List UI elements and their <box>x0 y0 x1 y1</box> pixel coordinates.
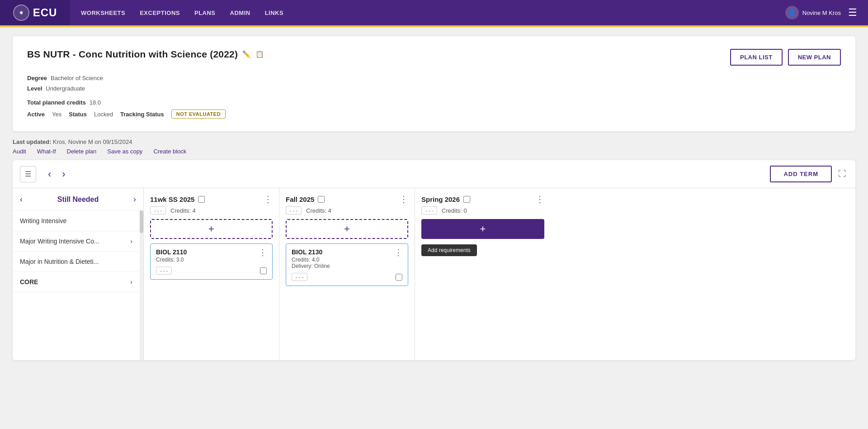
sidebar-item-core-arrow: › <box>130 278 132 286</box>
total-credits-label: Total planned credits <box>27 99 86 106</box>
term-checkbox-fall2025[interactable] <box>318 196 325 203</box>
term-meta-fall2025: - - - Credits: 4 <box>286 206 408 214</box>
credits-row: Total planned credits 18.0 <box>27 99 841 106</box>
sidebar-scrollbar[interactable] <box>140 210 143 360</box>
delete-plan-link[interactable]: Delete plan <box>61 148 102 155</box>
term-credits-11wk: Credits: 4 <box>170 207 196 214</box>
sidebar-item-major-nutrition-label: Major in Nutrition & Dieteti... <box>20 258 99 265</box>
sidebar-hamburger-btn[interactable]: ☰ <box>20 166 36 182</box>
sidebar-title: Still Needed <box>57 195 99 204</box>
top-navigation: ⚜ ECU WORKSHEETS EXCEPTIONS PLANS ADMIN … <box>0 0 868 25</box>
sidebar-item-core[interactable]: CORE › <box>13 272 140 292</box>
term-menu-11wk[interactable]: ⋮ <box>264 195 273 204</box>
sidebar-next-btn[interactable]: › <box>133 195 136 204</box>
term-checkbox-11wk[interactable] <box>198 196 205 203</box>
term-credits-spring2026: Credits: 0 <box>442 207 467 214</box>
level-label: Level <box>27 85 42 92</box>
sidebar-item-core-label: CORE <box>20 278 38 286</box>
sidebar-item-major-nutrition: Major in Nutrition & Dieteti... <box>13 252 140 272</box>
nav-admin[interactable]: ADMIN <box>230 10 250 16</box>
nav-exceptions[interactable]: EXCEPTIONS <box>140 10 180 16</box>
total-credits-value: 18.0 <box>90 99 101 106</box>
prev-term-btn[interactable]: ‹ <box>43 167 56 182</box>
add-requirements-text: Add requirements <box>428 247 471 253</box>
terms-area: 11wk SS 2025 ⋮ - - - Credits: 4 + <box>144 188 855 360</box>
plan-meta: Degree Bachelor of Science Level Undergr… <box>27 75 841 92</box>
copy-icon[interactable]: 📋 <box>255 50 264 58</box>
plan-actions: PLAN LIST NEW PLAN <box>730 49 841 66</box>
add-course-btn-fall2025[interactable]: + <box>286 219 408 239</box>
course-menu-biol2130[interactable]: ⋮ <box>394 248 402 257</box>
main-content: BS NUTR - Conc Nutrition with Science (2… <box>0 27 868 429</box>
save-copy-link[interactable]: Save as copy <box>102 148 148 155</box>
term-meta-spring2026: - - - Credits: 0 <box>421 206 544 214</box>
fullscreen-btn[interactable]: ⛶ <box>836 167 848 181</box>
course-credits-biol2110: Credits: 3.0 <box>156 257 187 263</box>
workspace-body: ‹ Still Needed › Writing Intensive Major… <box>13 188 855 360</box>
nav-links: WORKSHEETS EXCEPTIONS PLANS ADMIN LINKS <box>70 10 785 16</box>
what-if-link[interactable]: What-If <box>32 148 61 155</box>
term-fall-2025: Fall 2025 ⋮ - - - Credits: 4 + <box>279 188 415 360</box>
add-course-btn-spring2026[interactable]: + <box>421 219 544 239</box>
plan-card-header: BS NUTR - Conc Nutrition with Science (2… <box>27 49 841 66</box>
course-menu-biol2110[interactable]: ⋮ <box>259 248 267 257</box>
course-gpa-biol2130: - - - <box>292 273 307 281</box>
add-term-button[interactable]: ADD TERM <box>770 166 832 182</box>
active-label: Active <box>27 111 45 118</box>
course-gpa-biol2110: - - - <box>156 267 172 275</box>
user-area[interactable]: 👤 Novine M Kros <box>785 6 841 19</box>
course-card-footer-biol2110: - - - <box>156 267 267 275</box>
term-checkbox-spring2026[interactable] <box>463 196 470 203</box>
term-menu-fall2025[interactable]: ⋮ <box>399 195 408 204</box>
term-credits-fall2025: Credits: 4 <box>306 207 331 214</box>
hamburger-menu-btn[interactable]: ☰ <box>846 5 859 20</box>
edit-pencil-icon[interactable]: ✏️ <box>242 50 251 58</box>
course-credits-biol2130: Credits: 4.0 <box>292 257 330 263</box>
status-value: Locked <box>94 111 113 118</box>
sidebar-header: ‹ Still Needed › <box>13 188 143 210</box>
logo-area: ⚜ ECU <box>0 0 70 25</box>
term-menu-spring2026[interactable]: ⋮ <box>535 195 544 204</box>
plan-header-card: BS NUTR - Conc Nutrition with Science (2… <box>13 36 855 131</box>
sidebar-item-writing-intensive: Writing Intensive <box>13 210 140 231</box>
workspace-toolbar: ☰ ‹ › ADD TERM ⛶ <box>13 160 855 188</box>
nav-right: 👤 Novine M Kros ☰ <box>785 5 868 20</box>
sidebar-items-list: Writing Intensive Major Writing Intensiv… <box>13 210 140 360</box>
course-name-biol2130: BIOL 2130 <box>292 248 330 256</box>
sidebar-scroll-area: Writing Intensive Major Writing Intensiv… <box>13 210 143 360</box>
degree-row: Degree Bachelor of Science <box>27 75 841 81</box>
plan-stats: Total planned credits 18.0 Active Yes St… <box>27 99 841 119</box>
sidebar-item-writing-intensive-label: Writing Intensive <box>20 217 66 224</box>
action-bar: Last updated: Kros, Novine M on 09/15/20… <box>13 138 855 155</box>
last-updated-value: Kros, Novine M on 09/15/2024 <box>53 138 132 145</box>
sidebar-prev-btn[interactable]: ‹ <box>20 195 23 204</box>
add-course-btn-11wk[interactable]: + <box>150 219 273 239</box>
course-card-header-biol2110: BIOL 2110 Credits: 3.0 ⋮ <box>156 248 267 263</box>
course-check-biol2110[interactable] <box>260 267 267 274</box>
degree-label: Degree <box>27 75 47 81</box>
create-block-link[interactable]: Create block <box>148 148 192 155</box>
add-requirements-tooltip: Add requirements <box>421 244 477 256</box>
term-gpa-spring2026: - - - <box>421 206 437 214</box>
nav-links-item[interactable]: LINKS <box>265 10 284 16</box>
term-meta-11wk: - - - Credits: 4 <box>150 206 273 214</box>
active-value: Yes <box>52 111 61 118</box>
sidebar-item-major-writing-label: Major Writing Intensive Co... <box>20 238 99 245</box>
next-term-btn[interactable]: › <box>57 167 70 182</box>
term-title-row-11wk: 11wk SS 2025 <box>150 195 205 203</box>
new-plan-button[interactable]: NEW PLAN <box>788 49 841 66</box>
nav-plans[interactable]: PLANS <box>194 10 216 16</box>
term-header-fall2025: Fall 2025 ⋮ <box>286 195 408 204</box>
course-check-biol2130[interactable] <box>396 274 402 281</box>
action-links-row: Audit What-If Delete plan Save as copy C… <box>13 148 855 155</box>
level-row: Level Undergraduate <box>27 85 841 92</box>
plan-list-button[interactable]: PLAN LIST <box>730 49 783 66</box>
audit-link[interactable]: Audit <box>13 148 32 155</box>
still-needed-sidebar: ‹ Still Needed › Writing Intensive Major… <box>13 188 144 360</box>
status-label: Status <box>69 111 87 118</box>
sidebar-item-major-writing[interactable]: Major Writing Intensive Co... › <box>13 231 140 252</box>
term-header-11wk: 11wk SS 2025 ⋮ <box>150 195 273 204</box>
last-updated: Last updated: Kros, Novine M on 09/15/20… <box>13 138 855 145</box>
user-icon: 👤 <box>785 6 799 19</box>
nav-worksheets[interactable]: WORKSHEETS <box>81 10 125 16</box>
